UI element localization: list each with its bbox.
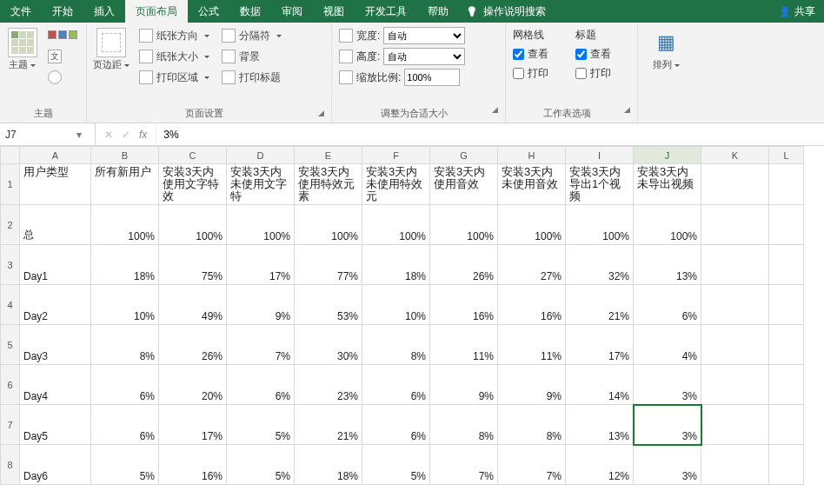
tab-help[interactable]: 帮助 [417, 0, 459, 23]
gridlines-view-check[interactable]: 查看 [511, 45, 568, 63]
row-header[interactable]: 5 [1, 325, 20, 365]
tell-me-search[interactable]: 操作说明搜索 [459, 0, 553, 23]
row-header[interactable]: 1 [1, 164, 20, 205]
cell[interactable]: 安装3天内未使用特效元 [362, 164, 430, 205]
row-header[interactable]: 7 [1, 405, 20, 445]
gridlines-view-checkbox[interactable] [513, 49, 524, 60]
tab-page-layout[interactable]: 页面布局 [125, 0, 188, 23]
cell[interactable]: 5% [362, 445, 430, 485]
cell[interactable]: 14% [566, 365, 634, 405]
cell[interactable]: 100% [91, 205, 159, 245]
cell[interactable]: 安装3天内使用特效元素 [295, 164, 362, 205]
cell[interactable]: 100% [295, 205, 362, 245]
cell[interactable]: 安装3天内使用音效 [430, 164, 498, 205]
cell[interactable]: 16% [498, 285, 566, 325]
cell[interactable] [769, 365, 804, 405]
cell[interactable]: 12% [566, 445, 634, 485]
cell[interactable]: 5% [227, 445, 295, 485]
cell[interactable]: 4% [634, 325, 701, 365]
cell[interactable]: 6% [91, 365, 159, 405]
fx-icon[interactable]: fx [139, 129, 147, 141]
orientation-button[interactable]: 纸张方向 [136, 26, 213, 45]
cell[interactable]: 27% [498, 245, 566, 285]
scale-launcher[interactable]: ◢ [492, 105, 502, 121]
gridlines-print-check[interactable]: 打印 [511, 64, 568, 82]
cell[interactable]: 10% [362, 285, 430, 325]
cell[interactable]: 6% [362, 365, 430, 405]
print-area-button[interactable]: 打印区域 [136, 68, 213, 87]
cell[interactable] [769, 405, 804, 445]
name-box[interactable]: ▾ [0, 123, 96, 145]
sheetopts-launcher[interactable]: ◢ [624, 105, 634, 121]
cell[interactable]: 3% [634, 365, 701, 405]
cell[interactable]: 53% [295, 285, 362, 325]
cell[interactable]: 77% [295, 245, 362, 285]
cell[interactable] [701, 205, 769, 245]
headings-print-checkbox[interactable] [575, 68, 587, 79]
cell[interactable]: Day5 [20, 405, 91, 445]
cell[interactable]: 3% [634, 445, 701, 485]
cell[interactable]: 8% [91, 325, 159, 365]
cell[interactable]: 75% [159, 245, 227, 285]
cell[interactable]: 30% [295, 325, 362, 365]
cell[interactable]: 13% [566, 405, 634, 445]
background-button[interactable]: 背景 [218, 47, 285, 66]
cell[interactable]: 安装3天内导出1个视频 [566, 164, 634, 205]
col-header[interactable]: G [430, 147, 498, 164]
cell[interactable]: 100% [566, 205, 634, 245]
scale-width-select[interactable]: 自动 [383, 27, 465, 44]
margins-button[interactable]: 页边距 [90, 26, 132, 72]
tab-view[interactable]: 视图 [313, 0, 355, 23]
scale-height-select[interactable]: 自动 [383, 48, 465, 65]
cell[interactable]: 100% [159, 205, 227, 245]
cell[interactable] [769, 445, 804, 485]
theme-colors-button[interactable] [44, 26, 81, 45]
paper-size-button[interactable]: 纸张大小 [136, 47, 213, 66]
col-header[interactable]: L [769, 147, 804, 164]
cell[interactable]: 6% [362, 405, 430, 445]
cancel-icon[interactable]: ✕ [104, 129, 113, 141]
cell[interactable]: 用户类型 [20, 164, 91, 205]
cell[interactable]: 所有新用户 [91, 164, 159, 205]
cell[interactable]: 6% [227, 365, 295, 405]
page-setup-launcher[interactable]: ◢ [318, 109, 328, 117]
cell[interactable] [701, 445, 769, 485]
cell[interactable]: Day6 [20, 445, 91, 485]
cell[interactable] [769, 285, 804, 325]
cell[interactable]: 17% [159, 405, 227, 445]
name-box-input[interactable] [0, 129, 71, 141]
worksheet[interactable]: A B C D E F G H I J K L 1用户类型所有新用户安装3天内使… [0, 146, 824, 504]
headings-view-check[interactable]: 查看 [574, 45, 631, 63]
headings-print-check[interactable]: 打印 [574, 64, 631, 82]
cell[interactable] [701, 285, 769, 325]
cell[interactable]: 5% [91, 445, 159, 485]
cell[interactable]: 18% [362, 245, 430, 285]
headings-view-checkbox[interactable] [575, 49, 587, 60]
cell[interactable]: Day1 [20, 245, 91, 285]
cell[interactable]: 100% [430, 205, 498, 245]
col-header[interactable]: C [159, 147, 227, 164]
row-header[interactable]: 2 [1, 205, 20, 245]
cell[interactable]: 安装3天内未使用音效 [498, 164, 566, 205]
cell[interactable] [701, 405, 769, 445]
theme-fonts-button[interactable]: 文 [44, 47, 81, 66]
cell[interactable]: 9% [430, 365, 498, 405]
col-header[interactable]: A [20, 147, 91, 164]
theme-effects-button[interactable] [44, 68, 81, 87]
cell[interactable]: 7% [498, 445, 566, 485]
col-header[interactable]: K [701, 147, 769, 164]
print-titles-button[interactable]: 打印标题 [218, 68, 285, 87]
cell[interactable]: 安装3天内未导出视频 [634, 164, 701, 205]
cell[interactable]: 6% [634, 285, 701, 325]
tab-review[interactable]: 审阅 [271, 0, 313, 23]
col-header[interactable]: I [566, 147, 634, 164]
cell[interactable]: 13% [634, 245, 701, 285]
col-header[interactable]: J [634, 147, 701, 164]
cell[interactable]: 16% [430, 285, 498, 325]
cell[interactable]: 8% [362, 325, 430, 365]
cell[interactable]: Day4 [20, 365, 91, 405]
tab-home[interactable]: 开始 [42, 0, 83, 23]
tab-data[interactable]: 数据 [229, 0, 271, 23]
cell[interactable] [769, 245, 804, 285]
cell[interactable]: 23% [295, 365, 362, 405]
